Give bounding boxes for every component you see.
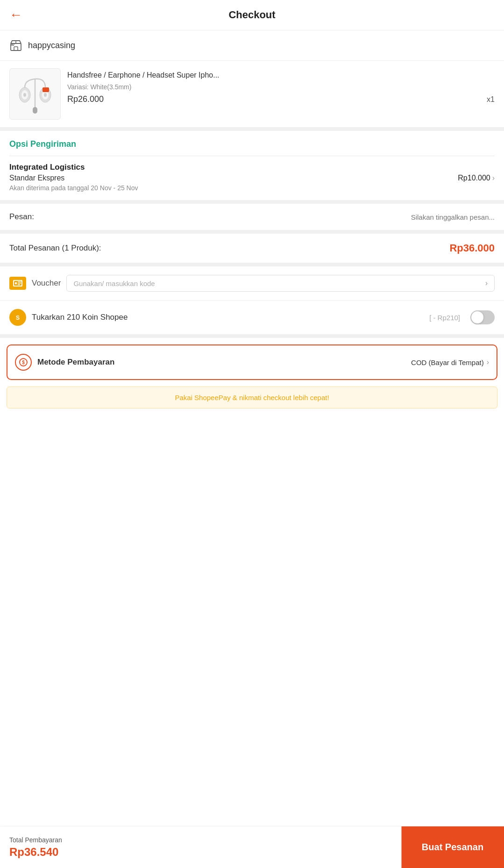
- svg-point-5: [23, 93, 26, 97]
- svg-text:S: S: [16, 315, 20, 321]
- message-label: Pesan:: [9, 212, 34, 222]
- product-price: Rp26.000: [67, 94, 104, 104]
- voucher-ticket-icon: [13, 280, 22, 287]
- toggle-knob: [471, 311, 483, 323]
- svg-rect-1: [14, 47, 18, 50]
- place-order-button[interactable]: Buat Pesanan: [401, 826, 504, 868]
- message-section: Pesan:: [0, 204, 504, 234]
- back-button[interactable]: ←: [9, 8, 22, 22]
- delivery-price: Rp10.000: [458, 174, 490, 182]
- spacer: [0, 415, 504, 462]
- store-icon: [9, 39, 22, 52]
- payment-chevron-icon: ›: [487, 358, 489, 366]
- payment-section[interactable]: $ Metode Pembayaran COD (Bayar di Tempat…: [7, 344, 497, 380]
- page-title: Checkout: [228, 9, 275, 21]
- delivery-section: Opsi Pengiriman Integrated Logistics Sta…: [0, 131, 504, 204]
- delivery-chevron-icon: ›: [492, 174, 495, 182]
- header: ← Checkout: [0, 0, 504, 30]
- voucher-icon: [9, 277, 26, 290]
- payment-icon: $: [15, 354, 32, 371]
- logistics-name: Integrated Logistics: [9, 163, 495, 172]
- payment-label: Metode Pembayaran: [37, 358, 405, 367]
- koin-toggle[interactable]: [470, 310, 495, 324]
- voucher-label: Voucher: [32, 279, 61, 288]
- bottom-bar: Total Pembayaran Rp36.540 Buat Pesanan: [0, 826, 504, 868]
- voucher-section[interactable]: Voucher Gunakan/ masukkan kode ›: [0, 266, 504, 301]
- delivery-price-row[interactable]: Rp10.000 ›: [458, 174, 495, 182]
- total-label: Total Pesanan (1 Produk):: [9, 244, 101, 253]
- message-input[interactable]: [40, 213, 495, 221]
- payment-method-row[interactable]: $ Metode Pembayaran COD (Bayar di Tempat…: [7, 345, 497, 379]
- svg-text:$: $: [22, 360, 25, 365]
- product-section: Handsfree / Earphone / Headset Super Iph…: [0, 61, 504, 131]
- divider: [9, 156, 495, 156]
- koin-icon: S: [9, 309, 26, 326]
- product-details: Handsfree / Earphone / Headset Super Iph…: [67, 68, 495, 104]
- voucher-input-wrap[interactable]: Gunakan/ masukkan kode ›: [66, 275, 495, 292]
- bottom-total-label: Total Pembayaran: [9, 836, 392, 844]
- svg-rect-10: [43, 87, 49, 92]
- total-section: Total Pesanan (1 Produk): Rp36.000: [0, 234, 504, 266]
- product-image: [9, 68, 61, 120]
- payment-value: COD (Bayar di Tempat): [411, 359, 484, 366]
- delivery-service: Standar Ekspres: [9, 174, 64, 182]
- svg-point-12: [15, 282, 17, 285]
- svg-point-8: [44, 93, 47, 97]
- voucher-chevron-icon: ›: [485, 279, 488, 287]
- koin-discount: [ - Rp210]: [429, 314, 460, 322]
- koin-section: S Tukarkan 210 Koin Shopee [ - Rp210]: [0, 301, 504, 338]
- seller-section: happycasing: [0, 30, 504, 61]
- bottom-total-value: Rp36.540: [9, 846, 392, 859]
- delivery-estimate: Akan diterima pada tanggal 20 Nov - 25 N…: [9, 184, 495, 192]
- total-value: Rp36.000: [449, 242, 495, 254]
- payment-promo-text: Pakai ShopeePay & nikmati checkout lebih…: [14, 394, 490, 402]
- bottom-total: Total Pembayaran Rp36.540: [0, 826, 401, 868]
- payment-promo-banner[interactable]: Pakai ShopeePay & nikmati checkout lebih…: [7, 387, 497, 409]
- koin-label: Tukarkan 210 Koin Shopee: [32, 313, 424, 322]
- product-variant: Variasi: White(3.5mm): [67, 83, 495, 91]
- delivery-options-title[interactable]: Opsi Pengiriman: [9, 139, 495, 149]
- product-name: Handsfree / Earphone / Headset Super Iph…: [67, 70, 495, 80]
- earphone-illustration: [12, 71, 58, 117]
- svg-rect-9: [33, 107, 37, 114]
- payment-value-row[interactable]: COD (Bayar di Tempat) ›: [411, 358, 489, 366]
- product-qty: x1: [487, 95, 495, 104]
- voucher-placeholder: Gunakan/ masukkan kode: [73, 280, 155, 287]
- seller-name: happycasing: [28, 41, 75, 50]
